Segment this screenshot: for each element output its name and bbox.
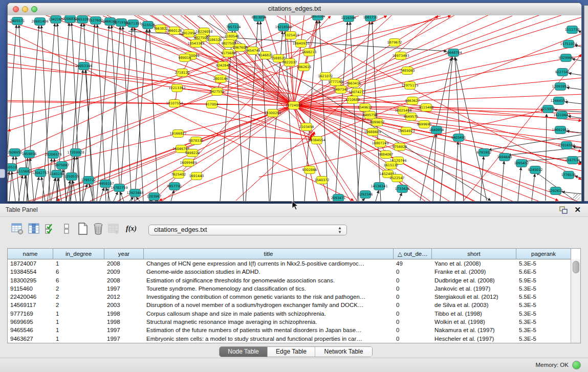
network-node[interactable]: 1250515 <box>64 173 79 181</box>
network-node[interactable]: 1615132 <box>384 162 399 169</box>
table-cell[interactable]: 0 <box>394 268 432 276</box>
network-node[interactable]: 1640954 <box>429 126 444 134</box>
network-node[interactable]: 20206576 <box>45 151 61 159</box>
table-cell[interactable]: Tibbo et al. (1998) <box>432 310 516 318</box>
network-node[interactable]: 1081731 <box>363 15 378 21</box>
column-header-pagerank[interactable]: pagerank <box>516 249 571 259</box>
table-cell[interactable]: 1 <box>53 259 104 268</box>
table-cell[interactable]: 0 <box>394 285 432 293</box>
table-cell[interactable]: 1997 <box>104 326 144 334</box>
network-node[interactable]: 1095452 <box>514 160 529 167</box>
network-node[interactable]: 2506950 <box>8 149 22 157</box>
network-node[interactable]: 10074277 <box>349 89 365 96</box>
network-node[interactable]: 1959856 <box>22 150 37 158</box>
network-node[interactable]: 19166827 <box>169 130 186 138</box>
table-cell[interactable]: 0 <box>394 335 432 343</box>
table-cell[interactable]: 2008 <box>104 259 144 268</box>
table-cell[interactable]: 1997 <box>104 285 144 293</box>
network-node[interactable]: 1663416 <box>346 80 361 87</box>
network-node[interactable]: 6497342 <box>334 86 349 94</box>
table-cell[interactable]: 18724007 <box>8 259 53 268</box>
network-node[interactable]: 9756928 <box>393 143 407 151</box>
table-cell[interactable]: Nakamura et al. (1997) <box>432 326 516 334</box>
table-selector-dropdown[interactable]: citations_edges.txt ▲▼ <box>148 225 347 235</box>
column-header-short[interactable]: short <box>432 249 516 259</box>
network-node[interactable]: 19654923 <box>398 127 415 135</box>
table-cell[interactable]: 14569117 <box>8 301 53 309</box>
network-node[interactable]: 9403491 <box>451 134 466 142</box>
table-cell[interactable]: Changes of HCN gene expression and I(f) … <box>144 259 394 268</box>
column-header-year[interactable]: year <box>104 249 144 259</box>
delete-table-icon[interactable] <box>92 223 104 235</box>
network-node[interactable]: 9245012 <box>528 166 543 174</box>
table-cell[interactable]: 0 <box>394 301 432 309</box>
network-node[interactable]: 850510 <box>8 164 17 171</box>
table-cell[interactable]: Wolkin et al. (1998) <box>432 318 516 326</box>
close-panel-icon[interactable]: ✕ <box>574 205 581 214</box>
network-node[interactable]: 8215955 <box>541 105 556 113</box>
network-canvas[interactable]: 2405571206914061342165220683210653287152… <box>8 15 581 201</box>
table-cell[interactable]: 5.3E-5 <box>516 318 571 326</box>
deselect-all-icon[interactable] <box>60 223 73 235</box>
table-cell[interactable]: 0 <box>394 310 432 318</box>
table-cell[interactable]: 5.6E-5 <box>516 268 571 276</box>
table-cell[interactable]: 5.3E-5 <box>516 310 571 318</box>
network-node[interactable]: 13325419 <box>282 32 299 39</box>
network-node[interactable]: 9884067 <box>379 151 394 159</box>
table-cell[interactable]: 9699695 <box>8 318 53 326</box>
network-node[interactable]: 1691443 <box>189 172 204 180</box>
network-node[interactable]: 9175685 <box>221 50 236 57</box>
network-node[interactable]: 2093471 <box>331 194 346 202</box>
network-node[interactable]: 8099657 <box>370 119 385 126</box>
table-cell[interactable]: 5.5E-5 <box>516 293 571 301</box>
memory-status-indicator[interactable] <box>572 361 581 369</box>
network-node[interactable]: 7957224 <box>226 24 241 31</box>
scrollbar-thumb[interactable] <box>573 261 579 273</box>
network-node[interactable]: 1292611 <box>549 187 563 195</box>
network-node[interactable]: 1495756 <box>363 112 378 119</box>
network-node[interactable]: 1853104 <box>311 15 325 20</box>
table-cell[interactable]: 0 <box>394 318 432 326</box>
network-node[interactable]: 1549612 <box>358 104 373 112</box>
network-node[interactable]: 2103454 <box>299 123 314 131</box>
table-row[interactable]: 1872400712008Changes of HCN gene express… <box>8 259 571 268</box>
network-node[interactable]: 917004 <box>206 101 219 108</box>
network-node[interactable]: 1180546 <box>225 33 239 40</box>
table-cell[interactable]: 5.3E-5 <box>516 326 571 334</box>
table-cell[interactable]: Franke et al. (2009) <box>432 268 516 276</box>
table-cell[interactable]: 5.9E-5 <box>516 276 571 285</box>
table-cell[interactable]: 1 <box>53 310 104 318</box>
table-row[interactable]: 911546021997Tourette syndrome. Phenomeno… <box>8 285 571 293</box>
network-node[interactable]: 17016504 <box>558 142 575 149</box>
network-node[interactable]: 989016 <box>179 54 191 62</box>
column-header-in_degree[interactable]: in_degree <box>53 249 104 259</box>
network-node[interactable]: 1698213 <box>302 49 317 56</box>
vertical-scrollbar[interactable] <box>571 259 580 343</box>
network-node[interactable]: 7625402 <box>171 171 186 179</box>
network-node[interactable]: 9822037 <box>282 59 297 67</box>
network-node[interactable]: 2405571 <box>10 17 25 25</box>
network-node[interactable]: 9975887 <box>55 162 70 169</box>
function-builder-icon[interactable]: f(x) <box>126 225 137 233</box>
delete-column-icon[interactable] <box>107 223 120 235</box>
table-cell[interactable]: 2 <box>53 293 104 301</box>
table-cell[interactable]: Tourette syndrome. Phenomenology and cla… <box>144 285 394 293</box>
network-node[interactable]: 19384554 <box>308 137 325 144</box>
network-node[interactable]: 20691406 <box>31 18 48 26</box>
network-node[interactable]: 1115682 <box>17 168 32 176</box>
table-cell[interactable]: Estimation of the future numbers of pati… <box>144 326 394 334</box>
tab-edge-table[interactable]: Edge Table <box>268 347 315 357</box>
table-row[interactable]: 977716911998Corpus callosum shape and si… <box>8 310 571 318</box>
new-table-icon[interactable] <box>77 223 89 235</box>
table-cell[interactable]: 49 <box>394 259 432 268</box>
table-cell[interactable]: 2012 <box>104 293 144 301</box>
table-cell[interactable]: 2 <box>53 285 104 293</box>
table-cell[interactable]: Yano et al. (2008) <box>432 259 516 268</box>
table-cell[interactable]: 2009 <box>104 268 144 276</box>
network-node[interactable]: 2522547 <box>390 174 405 182</box>
table-cell[interactable]: 1 <box>53 335 104 343</box>
table-cell[interactable]: 5.3E-5 <box>516 301 571 309</box>
table-row[interactable]: 1938455462009Genome-wide association stu… <box>8 268 571 276</box>
network-node[interactable]: 14136141 <box>371 183 387 190</box>
network-node[interactable]: 1111738 <box>565 26 580 34</box>
